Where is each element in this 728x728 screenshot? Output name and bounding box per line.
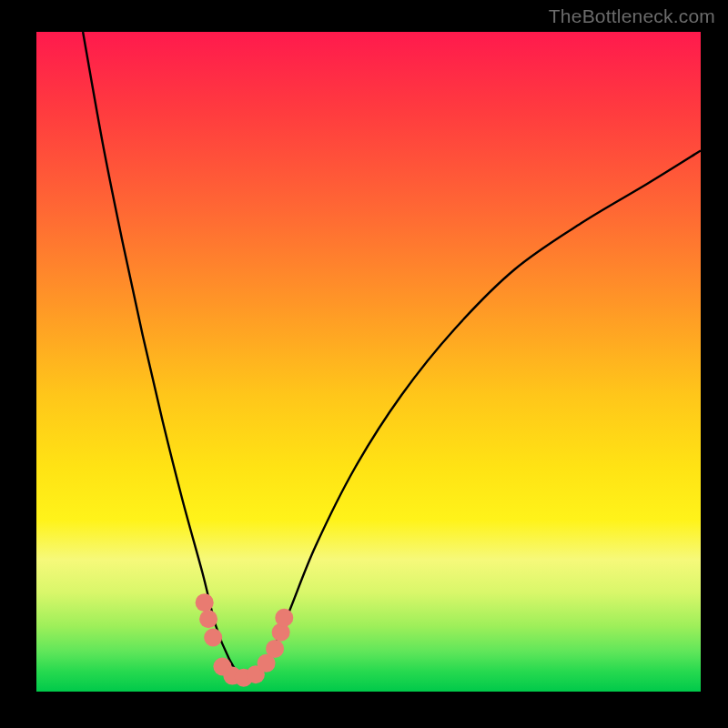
chart-frame: TheBottleneck.com (0, 0, 728, 728)
highlight-dots-group (196, 593, 294, 687)
highlight-dot (275, 609, 293, 627)
highlight-dot (196, 593, 214, 612)
highlight-dot (204, 629, 222, 647)
plot-area (36, 32, 701, 692)
watermark-text: TheBottleneck.com (549, 5, 715, 27)
curve-svg (36, 32, 701, 692)
bottleneck-curve-path (83, 32, 701, 681)
highlight-dot (266, 640, 284, 658)
highlight-dot (199, 610, 217, 628)
